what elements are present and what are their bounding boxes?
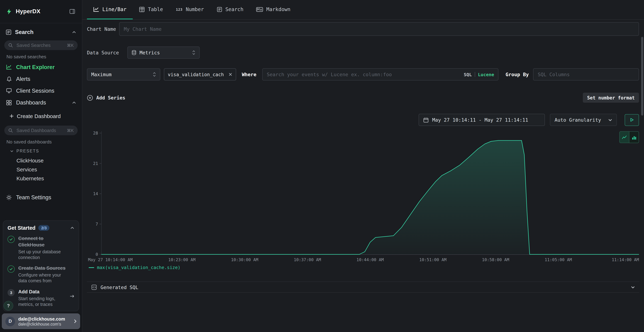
select-chevrons-icon xyxy=(153,72,156,77)
vertical-scrollbar[interactable] xyxy=(641,37,643,116)
preset-kubernetes[interactable]: Kubernetes xyxy=(0,174,82,183)
sql-toggle[interactable]: SQL xyxy=(464,72,472,77)
sidebar-item-team-settings[interactable]: Team Settings xyxy=(0,192,82,203)
search-icon xyxy=(8,43,13,48)
gear-icon xyxy=(6,194,12,200)
chart-legend[interactable]: max(visa_validation_cache.size) xyxy=(89,265,180,270)
no-saved-dashboards-text: No saved dashboards xyxy=(6,139,82,144)
granularity-select[interactable]: Auto Granularity xyxy=(550,114,617,126)
get-started-header[interactable]: Get Started 2/3 xyxy=(8,225,74,231)
series-actions-row: Add Series Set number format xyxy=(87,92,639,103)
chart-name-row: Chart Name xyxy=(87,22,639,36)
tab-number[interactable]: 123 Number xyxy=(170,0,210,19)
presets-label: PRESETS xyxy=(16,149,39,153)
chart-controls: May 27 10:14:11 - May 27 11:14:11 Auto G… xyxy=(418,114,639,126)
svg-text:7: 7 xyxy=(96,222,98,226)
code-icon xyxy=(91,284,97,290)
data-source-value: Metrics xyxy=(140,50,160,56)
data-source-row: Data Source Metrics xyxy=(87,46,200,59)
presets-toggle[interactable]: PRESETS xyxy=(10,149,82,153)
get-started-step-add-data[interactable]: 3 Add Data Start sending logs, metrics, … xyxy=(8,288,74,307)
run-query-button[interactable] xyxy=(625,114,639,126)
preset-clickhouse[interactable]: ClickHouse xyxy=(0,156,82,165)
date-range-picker[interactable]: May 27 10:14:11 - May 27 11:14:11 xyxy=(418,114,545,126)
where-search-input[interactable] xyxy=(262,68,498,80)
set-number-format-button[interactable]: Set number format xyxy=(583,93,639,103)
get-started-step-sources[interactable]: Create Data Sources Configure where your… xyxy=(8,265,74,284)
chevron-up-icon xyxy=(72,101,76,104)
time-series-chart[interactable]: 07142128May 27 10:14:00 AM10:23:00 AM10:… xyxy=(86,129,640,269)
client-sessions-label: Client Sessions xyxy=(16,88,54,94)
svg-text:0: 0 xyxy=(96,252,98,257)
markdown-icon xyxy=(256,7,263,12)
create-dashboard-label: Create Dashboard xyxy=(17,113,61,119)
tab-line-bar[interactable]: Line/Bar xyxy=(87,0,133,19)
get-started-step-connect[interactable]: Connect to ClickHouse Set up your databa… xyxy=(8,236,74,261)
tab-markdown[interactable]: Markdown xyxy=(250,0,297,19)
lucene-toggle[interactable]: Lucene xyxy=(478,72,494,77)
shortcut-badge: ⌘K xyxy=(67,43,74,48)
close-icon[interactable] xyxy=(228,72,232,76)
query-language-toggle: SQL Lucene xyxy=(464,68,494,80)
sidebar-collapse-button[interactable] xyxy=(68,8,76,16)
svg-text:10:58:00 AM: 10:58:00 AM xyxy=(482,258,509,262)
sidebar-item-dashboards[interactable]: Dashboards xyxy=(0,96,82,108)
metric-chip[interactable]: visa_validation_cach xyxy=(164,68,236,80)
sidebar-header: HyperDX xyxy=(0,0,82,23)
search-section-label: Search xyxy=(15,29,34,36)
data-source-select[interactable]: Metrics xyxy=(127,46,200,59)
svg-text:11:05:00 AM: 11:05:00 AM xyxy=(545,258,572,262)
profile-name: dale@clickhouse.com xyxy=(18,316,65,322)
step-number-badge: 3 xyxy=(8,289,15,296)
svg-text:11:14:00 AM: 11:14:00 AM xyxy=(612,258,639,262)
hyperdx-logo[interactable]: HyperDX xyxy=(6,8,40,15)
saved-dashboards-search[interactable]: ⌘K xyxy=(4,126,78,135)
generated-sql-toggle[interactable]: Generated SQL xyxy=(87,282,639,293)
sidebar-item-alerts[interactable]: Alerts xyxy=(0,73,82,85)
hyperdx-bolt-icon xyxy=(6,8,12,15)
tab-search[interactable]: Search xyxy=(210,0,250,19)
app: HyperDX Search ⌘K No saved searches xyxy=(0,0,644,332)
svg-text:10:23:00 AM: 10:23:00 AM xyxy=(168,258,196,262)
chart-explorer-label: Chart Explorer xyxy=(16,64,54,70)
saved-dashboards-input[interactable] xyxy=(16,127,64,134)
search-section-icon xyxy=(6,29,12,35)
monitor-icon xyxy=(6,88,12,94)
tab-table[interactable]: Table xyxy=(133,0,170,19)
aggregation-select[interactable]: Maximum xyxy=(87,68,160,80)
data-source-label: Data Source xyxy=(87,50,127,56)
svg-text:10:37:00 AM: 10:37:00 AM xyxy=(294,258,321,262)
create-dashboard-button[interactable]: Create Dashboard xyxy=(0,110,82,121)
legend-label: max(visa_validation_cache.size) xyxy=(97,265,180,270)
svg-text:May 27 10:14:00 AM: May 27 10:14:00 AM xyxy=(88,258,132,262)
sidebar-item-client-sessions[interactable]: Client Sessions xyxy=(0,85,82,96)
svg-text:14: 14 xyxy=(93,192,98,196)
preset-services[interactable]: Services xyxy=(0,165,82,174)
group-by-input[interactable] xyxy=(533,68,639,80)
legend-swatch xyxy=(89,267,94,268)
saved-searches-input[interactable] xyxy=(16,42,64,48)
user-profile[interactable]: D dale@clickhouse.com dale@clickhouse.co… xyxy=(2,314,80,329)
aggregation-value: Maximum xyxy=(91,72,112,77)
step-title: Create Data Sources xyxy=(18,265,69,272)
add-series-button[interactable]: Add Series xyxy=(87,95,126,101)
arrow-right-icon xyxy=(70,294,74,298)
progress-badge: 2/3 xyxy=(38,225,50,231)
line-chart-icon xyxy=(94,7,99,12)
avatar: D xyxy=(5,316,15,326)
svg-text:10:51:00 AM: 10:51:00 AM xyxy=(419,258,446,262)
chart-name-input[interactable] xyxy=(119,22,639,36)
sidebar-item-chart-explorer[interactable]: Chart Explorer xyxy=(0,61,82,73)
saved-searches-search[interactable]: ⌘K xyxy=(4,40,78,50)
step-subtitle: Start sending logs, metrics, or traces xyxy=(18,296,69,307)
help-button[interactable]: ? xyxy=(4,301,13,310)
svg-text:10:44:00 AM: 10:44:00 AM xyxy=(356,258,384,262)
chart-name-label: Chart Name xyxy=(87,26,119,32)
where-search-wrap: SQL Lucene xyxy=(262,68,498,80)
sidebar-section-search[interactable]: Search xyxy=(0,29,82,36)
get-started-title: Get Started xyxy=(8,225,36,231)
no-saved-searches-text: No saved searches xyxy=(6,54,82,60)
circle-plus-icon xyxy=(87,95,93,101)
get-started-card: Get Started 2/3 Connect to ClickHouse Se… xyxy=(3,220,79,312)
step-subtitle: Configure where your data comes from xyxy=(18,272,69,284)
